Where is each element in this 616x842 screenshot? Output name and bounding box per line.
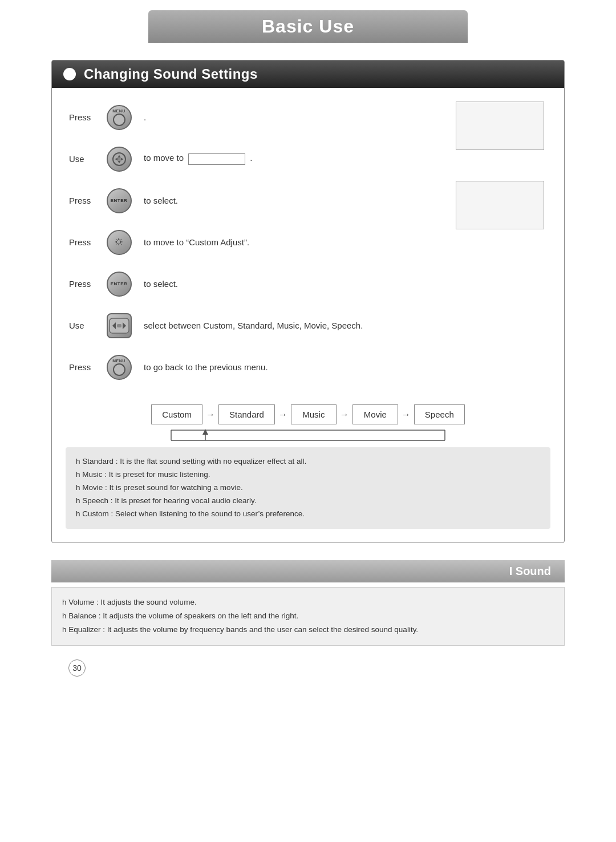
instr-label-2: Use	[69, 154, 103, 164]
header-dot	[63, 68, 76, 80]
sound-title: I Sound	[509, 565, 551, 577]
page-title: Basic Use	[171, 16, 445, 37]
instr-row-7: Press MENU to go back to the previous me…	[69, 351, 444, 383]
svg-point-4	[117, 157, 120, 160]
page-number-area: 30	[68, 659, 565, 677]
flow-custom: Custom	[151, 404, 202, 424]
flow-return-wrapper	[69, 424, 547, 442]
sound-info-line-2: h Balance : It adjusts the volume of spe…	[62, 609, 554, 623]
svg-marker-2	[115, 157, 117, 160]
info-line-2: h Music : It is preset for music listeni…	[76, 468, 540, 481]
flow-section: Custom → Standard → Music → Movie → Spee…	[52, 399, 564, 442]
flow-items: Custom → Standard → Music → Movie → Spee…	[69, 404, 547, 424]
btn-enter-2: ENTER	[103, 268, 135, 299]
info-line-3: h Movie : It is preset sound for watchin…	[76, 481, 540, 495]
btn-nav-1	[103, 143, 135, 175]
flow-music: Music	[291, 404, 337, 424]
arrow-2: →	[278, 410, 287, 420]
info-box: h Standard : It is the flat sound settin…	[66, 447, 550, 529]
instructions-right	[456, 102, 547, 393]
instr-label-1: Press	[69, 112, 103, 122]
arrow-3: →	[340, 410, 349, 420]
section-title: Changing Sound Settings	[84, 66, 258, 82]
instr-text-5: to select.	[144, 279, 178, 289]
screenshot-box-2	[456, 181, 544, 229]
page-number: 30	[68, 659, 86, 677]
instr-row-3: Press ENTER to select.	[69, 185, 444, 216]
arrow-4: →	[402, 410, 411, 420]
instr-text-2: to move to .	[144, 153, 253, 164]
instr-label-3: Press	[69, 196, 103, 205]
instructions-left: Press MENU . Use	[69, 102, 444, 393]
flow-standard: Standard	[218, 404, 275, 424]
svg-marker-1	[117, 160, 120, 163]
svg-marker-0	[117, 155, 120, 157]
instr-row-2: Use	[69, 143, 444, 175]
instr-label-7: Press	[69, 362, 103, 372]
instr-text-1: .	[144, 112, 146, 122]
instr-text-3: to select.	[144, 196, 178, 205]
screenshot-box-1	[456, 102, 544, 150]
instr-text-6: select between Custom, Standard, Music, …	[144, 321, 363, 330]
svg-marker-3	[120, 157, 123, 160]
instr-row-4: Press ⛭ to move to “Custom Adjust”.	[69, 226, 444, 258]
sound-section: I Sound h Volume : It adjusts the sound …	[51, 560, 565, 646]
instr-row-6: Use select between Custom, Standard, Mus…	[69, 310, 444, 341]
svg-rect-8	[117, 324, 121, 327]
btn-menu-2: MENU	[103, 351, 135, 383]
info-line-5: h Custom : Select when listening to the …	[76, 508, 540, 521]
btn-tool-1: ⛭	[103, 226, 135, 258]
instr-text-7: to go back to the previous menu.	[144, 362, 268, 372]
page-title-bar: Basic Use	[148, 10, 468, 43]
sound-title-bar: I Sound	[51, 560, 565, 582]
info-line-1: h Standard : It is the flat sound settin…	[76, 455, 540, 468]
flow-movie: Movie	[352, 404, 398, 424]
flow-speech: Speech	[414, 404, 465, 424]
btn-menu-1: MENU	[103, 102, 135, 133]
section-card: Changing Sound Settings Press MENU .	[51, 60, 565, 543]
instr-label-6: Use	[69, 321, 103, 330]
sound-info-line-3: h Equalizer : It adjusts the volume by f…	[62, 623, 554, 637]
instr-row-5: Press ENTER to select.	[69, 268, 444, 299]
instr-label-4: Press	[69, 237, 103, 247]
sound-info-line-1: h Volume : It adjusts the sound volume.	[62, 596, 554, 609]
instr-row-1: Press MENU .	[69, 102, 444, 133]
arrow-1: →	[206, 410, 215, 420]
instr-text-4: to move to “Custom Adjust”.	[144, 237, 249, 247]
info-line-4: h Speech : It is preset for hearing voca…	[76, 495, 540, 508]
instr-label-5: Press	[69, 279, 103, 289]
btn-enter-1: ENTER	[103, 185, 135, 216]
section-header: Changing Sound Settings	[52, 60, 564, 88]
return-arrow-svg	[154, 424, 462, 442]
btn-scroll-1	[103, 310, 135, 341]
sound-info-box: h Volume : It adjusts the sound volume. …	[51, 587, 565, 646]
main-content: Changing Sound Settings Press MENU .	[51, 60, 565, 677]
input-box-1	[188, 153, 245, 165]
instructions-area: Press MENU . Use	[52, 88, 564, 399]
